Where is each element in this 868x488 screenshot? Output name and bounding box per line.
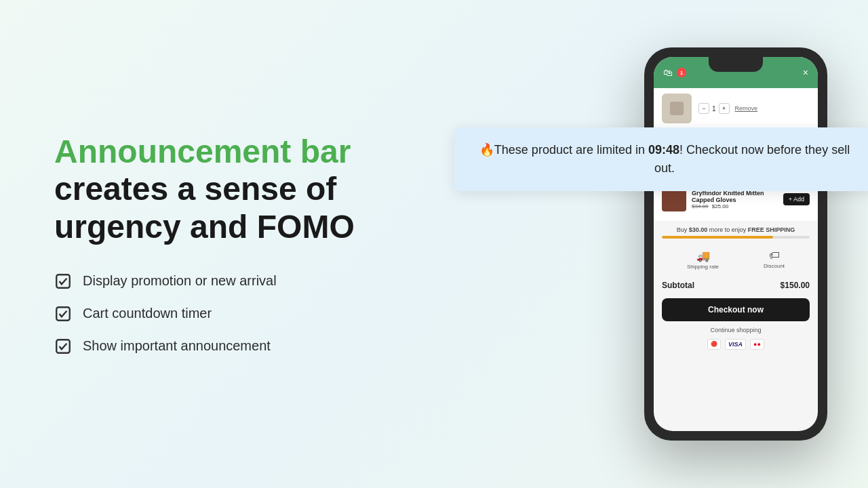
existing-cart-item: − 1 + Remove [654,88,818,129]
svg-rect-0 [56,274,70,288]
qty-controls: − 1 + [698,103,730,114]
announcement-text-before: These product are limited in [494,143,648,157]
cart-icons-left: 🛍 1 [663,67,686,78]
shipping-text: Buy $30.00 more to enjoy FREE SHIPPING [662,226,810,233]
checkout-button[interactable]: Checkout now [662,298,810,321]
footer-icons: 🚚 Shipping rate 🏷 Discount [654,244,818,275]
feature-label-1: Display promotion or new arrival [83,273,277,289]
continue-shopping-link[interactable]: Continue shopping [654,324,818,336]
svg-rect-1 [56,307,70,321]
shipping-text-after: more to enjoy [707,226,748,233]
feature-item-2: Cart countdown timer [54,305,366,323]
right-section: 🔥These product are limited in 09:48! Che… [644,47,827,441]
discount-label: Discount [764,263,785,269]
cart-badge: 1 [677,68,686,77]
shipping-progress-fill [662,236,773,239]
features-list: Display promotion or new arrival Cart co… [54,272,366,355]
close-icon[interactable]: × [803,67,808,78]
announcement-text-after: ! Checkout now before they sell out. [654,143,850,175]
upsell-original-price-2: $34.00 [692,203,708,209]
announcement-bar: 🔥These product are limited in 09:48! Che… [454,127,868,191]
svg-rect-2 [56,340,70,353]
qty-decrease-btn[interactable]: − [698,103,709,114]
fire-emoji: 🔥 [479,143,494,157]
payment-icons: 🔴 VISA ●● [654,336,818,355]
shipping-free-text: FREE SHIPPING [748,226,795,233]
shipping-rate-label: Shipping rate [687,264,719,270]
subtotal-row: Subtotal $150.00 [654,275,818,296]
shipping-bar: Buy $30.00 more to enjoy FREE SHIPPING [654,221,818,244]
shipping-rate-icon-item: 🚚 Shipping rate [687,249,719,270]
countdown-timer: 09:48 [648,143,679,157]
cart-item-details: − 1 + Remove [698,103,810,114]
upsell-name-2: Gryffindor Knitted Mitten Capped Gloves [692,190,778,203]
shipping-icon: 🚚 [696,249,710,262]
shipping-progress-bar [662,236,810,239]
upsell-info-2: Gryffindor Knitted Mitten Capped Gloves … [692,190,778,209]
main-headline: Announcement bar creates a sense of urge… [54,133,366,245]
cart-item-image [662,94,692,123]
feature-item-3: Show important announcement [54,338,366,355]
discount-icon-item: 🏷 Discount [764,249,785,270]
mastercard-icon: 🔴 [707,339,721,350]
upsell-add-btn-2[interactable]: + Add [783,193,810,205]
feature-item-1: Display promotion or new arrival [54,272,366,290]
upsell-prices-2: $34.00 $25.00 [692,203,778,209]
shipping-amount: $30.00 [689,226,708,233]
upsell-sale-price-2: $25.00 [712,203,728,209]
feature-label-2: Cart countdown timer [83,306,212,321]
headline-green: Announcement bar [54,134,351,169]
checkmark-icon-2 [54,305,72,323]
remove-link[interactable]: Remove [735,105,758,112]
checkmark-icon-1 [54,272,72,290]
left-section: Announcement bar creates a sense of urge… [0,92,420,396]
subtotal-value: $150.00 [781,281,810,290]
cart-bag-icon: 🛍 [663,67,673,78]
phone-notch [709,57,763,72]
svg-rect-3 [670,102,684,115]
shipping-text-before: Buy [677,226,689,233]
visa-icon: VISA [725,339,746,350]
discount-icon: 🏷 [769,249,780,262]
mc-icon: ●● [750,339,764,350]
qty-value: 1 [712,105,716,113]
qty-increase-btn[interactable]: + [719,103,730,114]
headline-rest: creates a sense of urgency and FOMO [54,171,355,244]
phone-screen: 🛍 1 × − 1 + [654,57,818,431]
item-product-icon [667,98,687,119]
feature-label-3: Show important announcement [83,338,271,354]
phone-mockup: 🛍 1 × − 1 + [644,47,827,441]
checkmark-icon-3 [54,338,72,355]
subtotal-label: Subtotal [662,281,694,290]
